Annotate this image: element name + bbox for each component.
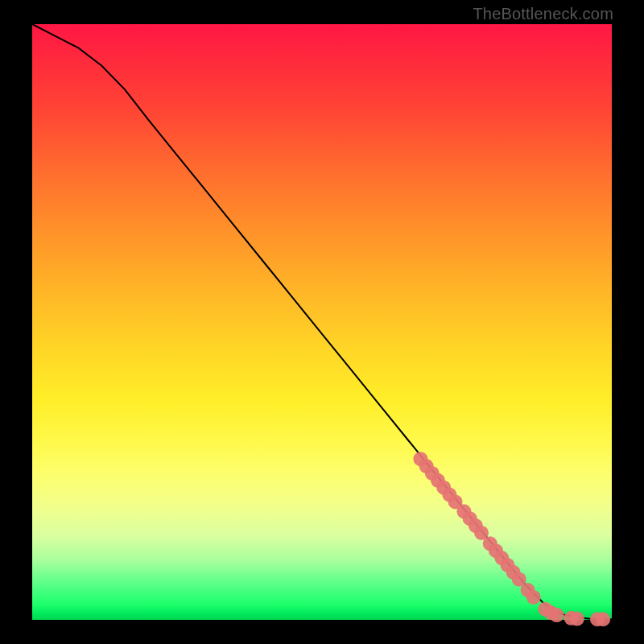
chart-overlay	[32, 24, 612, 620]
data-marker	[570, 612, 584, 626]
attribution-label: TheBottleneck.com	[473, 5, 613, 23]
bottleneck-curve	[32, 24, 612, 619]
chart-frame: TheBottleneck.com	[0, 0, 644, 644]
data-marker	[526, 590, 541, 605]
marker-group	[413, 452, 610, 626]
data-marker	[550, 608, 564, 622]
data-marker	[596, 612, 610, 626]
plot-area	[32, 24, 612, 620]
